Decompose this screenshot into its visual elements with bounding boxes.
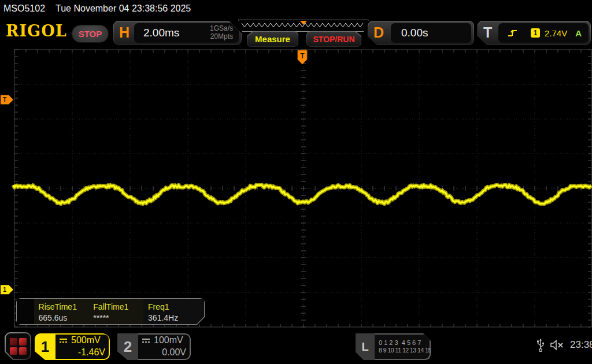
horizontal-panel[interactable]: H 2.00ms 1GSa/s 20Mpts [113,21,242,45]
measurement-value: ***** [93,313,143,322]
trigger-source-badge: 1 [531,28,540,38]
stop-run-button-label: STOP/RUN [307,32,361,46]
ch1-waveform-trace [13,185,591,204]
trigger-mode: A [575,28,582,38]
delay-label: D [373,24,384,41]
sample-rate: 1GSa/s [210,24,233,32]
logic-label: L [356,333,375,360]
waveform-display-area[interactable]: TT1 [0,49,592,328]
horizontal-label: H [119,24,130,41]
trigger-position-marker[interactable]: T [298,50,307,64]
delay-panel[interactable]: D 0.00s [368,21,474,45]
measurement-spacer-cell [17,299,34,324]
trigger-label: T [483,24,492,41]
trigger-level-marker[interactable]: T [1,95,13,104]
channel-1-offset-marker[interactable]: 1 [1,285,13,294]
channel-2-offset: 0.00V [142,347,186,358]
channel-1-box[interactable]: 1 500mV -1.46V [35,333,110,360]
measurement-results-panel[interactable]: RiseTime1 665.6us FallTime1 ***** Freq1 … [16,298,205,325]
logic-channels-row2: 8 9 10 11 12 13 14 15 [379,347,430,354]
horizontal-position-preview[interactable] [238,20,369,32]
header-bar: RIGOL STOP H 2.00ms 1GSa/s 20Mpts Measur… [0,17,592,49]
memory-depth: 20Mpts [210,32,233,40]
measurement-label: RiseTime1 [39,302,89,311]
measurement-value: 361.4Hz [148,313,204,322]
clock: 23:38 [570,339,592,351]
title-bar: MSO5102 Tue November 04 23:38:56 2025 [0,0,592,17]
menu-grid-icon [6,333,30,359]
bottom-status-bar: 1 500mV -1.46V 2 100mV 0.00V [0,328,592,364]
rigol-logo: RIGOL [6,22,67,40]
usb-icon [536,337,545,352]
delay-value: 0.00s [391,27,428,39]
trigger-level-value: 2.74V [545,28,567,38]
trigger-panel[interactable]: T 1 2.74V A [478,21,591,45]
measurement-item: RiseTime1 665.6us [34,299,89,324]
channel-2-scale: 100mV [154,335,183,346]
measurement-value: 665.6us [39,313,89,322]
dc-coupling-icon [59,337,68,343]
preview-waveform-icon [239,20,367,30]
measurement-label: FallTime1 [93,302,143,311]
oscilloscope-screen: { "title_bar": { "model": "MSO5102", "da… [0,0,592,364]
audio-muted-icon [549,339,564,351]
channel-2-number: 2 [117,333,138,360]
measurement-item: FallTime1 ***** [88,299,143,324]
measure-button[interactable]: Measure [247,31,298,47]
measurement-label: Freq1 [148,302,204,311]
channel-1-scale: 500mV [71,335,101,346]
dc-coupling-icon [142,337,150,343]
rising-edge-trigger-icon [508,28,518,38]
timebase-value: 2.00ms [134,27,210,39]
measure-button-label: Measure [247,32,298,46]
date-time: Tue November 04 23:38:56 2025 [56,3,191,14]
svg-text:T: T [3,96,7,103]
model-name: MSO5102 [3,3,45,14]
svg-text:T: T [300,52,305,60]
logic-channels-box[interactable]: 0 1 2 3 4 5 6 7 8 9 10 11 12 13 14 15 L [356,333,431,360]
logic-channels-row1: 0 1 2 3 4 5 6 7 [379,339,430,347]
channel-1-number: 1 [35,333,56,360]
stop-run-button[interactable]: STOP/RUN [306,31,361,47]
scope-canvas[interactable]: TT1 [0,49,592,328]
measurement-item: Freq1 361.4Hz [143,299,204,324]
main-menu-button[interactable] [5,332,31,360]
channel-1-offset: -1.46V [59,347,105,358]
acquisition-status-badge: STOP [72,25,109,43]
svg-text:1: 1 [3,286,6,293]
channel-2-box[interactable]: 2 100mV 0.00V [117,333,191,360]
